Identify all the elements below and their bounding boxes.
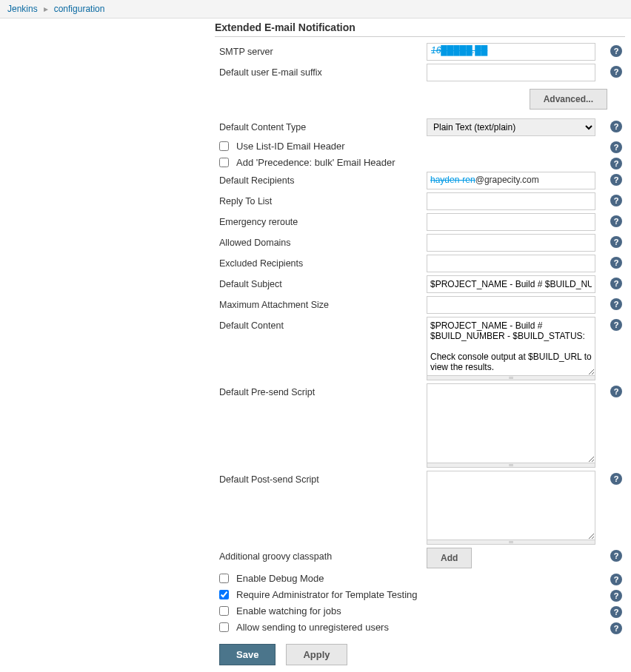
enable-debug-label: Enable Debug Mode: [236, 573, 324, 584]
allowed-domains-label: Allowed Domains: [215, 234, 427, 248]
help-icon[interactable]: ?: [610, 174, 622, 186]
resize-handle[interactable]: [427, 540, 595, 545]
default-suffix-input[interactable]: [427, 64, 595, 81]
reply-to-list-label: Reply To List: [215, 192, 427, 206]
smtp-server-input[interactable]: [427, 43, 595, 61]
require-admin-label: Require Administrator for Template Testi…: [236, 589, 417, 600]
help-icon[interactable]: ?: [610, 386, 622, 397]
default-subject-label: Default Subject: [215, 275, 427, 289]
help-icon[interactable]: ?: [610, 298, 622, 310]
allow-unreg-label: Allow sending to unregistered users: [236, 622, 389, 633]
help-icon[interactable]: ?: [610, 158, 622, 169]
help-icon[interactable]: ?: [610, 66, 622, 78]
help-icon[interactable]: ?: [610, 590, 622, 602]
advanced-button[interactable]: Advanced...: [530, 89, 607, 110]
apply-button[interactable]: Apply: [286, 644, 347, 665]
help-icon[interactable]: ?: [610, 45, 622, 57]
help-icon[interactable]: ?: [610, 473, 622, 485]
section-title: Extended E-mail Notification: [215, 19, 625, 37]
default-presend-label: Default Pre-send Script: [215, 383, 427, 397]
default-recipients-input[interactable]: [427, 172, 595, 189]
max-attachment-input[interactable]: [427, 296, 595, 314]
allow-unreg-checkbox[interactable]: [219, 622, 229, 632]
add-button[interactable]: Add: [427, 548, 472, 568]
default-presend-textarea[interactable]: [427, 383, 595, 463]
help-icon[interactable]: ?: [610, 236, 622, 248]
smtp-server-label: SMTP server: [215, 43, 427, 57]
default-postsend-label: Default Post-send Script: [215, 471, 427, 485]
add-precedence-label: Add 'Precedence: bulk' Email Header: [236, 157, 395, 168]
breadcrumb-page[interactable]: configuration: [54, 4, 105, 14]
breadcrumb-root[interactable]: Jenkins: [7, 4, 38, 14]
add-precedence-checkbox[interactable]: [219, 158, 229, 167]
help-icon[interactable]: ?: [610, 141, 622, 153]
help-icon[interactable]: ?: [610, 606, 622, 618]
enable-watching-checkbox[interactable]: [219, 606, 229, 616]
help-icon[interactable]: ?: [610, 319, 622, 331]
default-content-label: Default Content: [215, 317, 427, 331]
help-icon[interactable]: ?: [610, 257, 622, 269]
default-content-type-select[interactable]: Plain Text (text/plain): [427, 118, 595, 136]
resize-handle[interactable]: [427, 463, 595, 468]
excluded-recipients-input[interactable]: [427, 255, 595, 272]
help-icon[interactable]: ?: [610, 121, 622, 132]
require-admin-checkbox[interactable]: [219, 590, 229, 599]
breadcrumb: Jenkins ▸ configuration: [0, 0, 631, 19]
default-suffix-label: Default user E-mail suffix: [215, 64, 427, 78]
help-icon[interactable]: ?: [610, 195, 622, 206]
save-button[interactable]: Save: [219, 644, 276, 665]
enable-watching-label: Enable watching for jobs: [236, 605, 341, 616]
default-recipients-label: Default Recipients: [215, 172, 427, 186]
default-postsend-textarea[interactable]: [427, 471, 595, 540]
help-icon[interactable]: ?: [610, 278, 622, 289]
default-content-textarea[interactable]: [427, 317, 595, 376]
default-subject-input[interactable]: [427, 275, 595, 293]
use-list-id-label: Use List-ID Email Header: [236, 141, 345, 152]
reply-to-list-input[interactable]: [427, 192, 595, 210]
emergency-reroute-label: Emergency reroute: [215, 213, 427, 227]
emergency-reroute-input[interactable]: [427, 213, 595, 231]
help-icon[interactable]: ?: [610, 574, 622, 585]
help-icon[interactable]: ?: [610, 550, 622, 562]
allowed-domains-input[interactable]: [427, 234, 595, 252]
additional-classpath-label: Additional groovy classpath: [215, 548, 427, 562]
help-icon[interactable]: ?: [610, 622, 622, 634]
max-attachment-label: Maximum Attachment Size: [215, 296, 427, 310]
enable-debug-checkbox[interactable]: [219, 574, 229, 583]
use-list-id-checkbox[interactable]: [219, 141, 229, 151]
help-icon[interactable]: ?: [610, 215, 622, 227]
chevron-right-icon: ▸: [44, 4, 48, 14]
excluded-recipients-label: Excluded Recipients: [215, 255, 427, 269]
default-content-type-label: Default Content Type: [215, 118, 427, 132]
resize-handle[interactable]: [427, 376, 595, 380]
